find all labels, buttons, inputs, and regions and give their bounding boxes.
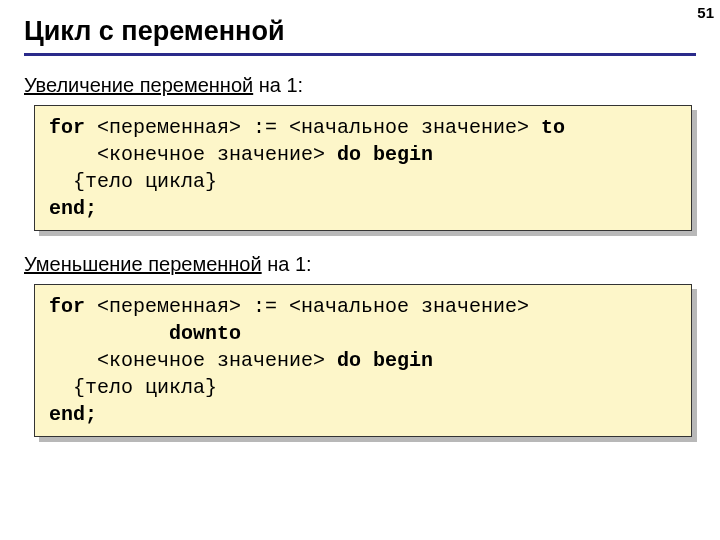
section1-label-underlined: Увеличение переменной <box>24 74 253 96</box>
code1-l2a: <конечное значение> <box>49 143 337 166</box>
section1-label: Увеличение переменной на 1: <box>24 74 696 97</box>
section2-label-underlined: Уменьшение переменной <box>24 253 262 275</box>
kw-for-2: for <box>49 295 85 318</box>
kw-do-begin-1: do begin <box>337 143 433 166</box>
kw-end-2: end; <box>49 403 97 426</box>
code2-l2a <box>49 322 169 345</box>
kw-end-1: end; <box>49 197 97 220</box>
kw-do-begin-2: do begin <box>337 349 433 372</box>
code-block-1: for <переменная> := <начальное значение>… <box>34 105 692 231</box>
code2-l1b: <переменная> := <начальное значение> <box>85 295 529 318</box>
page-number: 51 <box>697 4 714 21</box>
kw-to: to <box>541 116 565 139</box>
section1-label-rest: на 1: <box>253 74 303 96</box>
code2-l3a: <конечное значение> <box>49 349 337 372</box>
code2-l4: {тело цикла} <box>49 376 217 399</box>
code1-l3: {тело цикла} <box>49 170 217 193</box>
kw-for-1: for <box>49 116 85 139</box>
kw-downto: downto <box>169 322 241 345</box>
page-title: Цикл с переменной <box>24 16 696 56</box>
code-block-2-body: for <переменная> := <начальное значение>… <box>34 284 692 437</box>
code1-l1b: <переменная> := <начальное значение> <box>85 116 541 139</box>
slide-content: Цикл с переменной Увеличение переменной … <box>0 0 720 437</box>
section2-label-rest: на 1: <box>262 253 312 275</box>
code-block-2: for <переменная> := <начальное значение>… <box>34 284 692 437</box>
section2-label: Уменьшение переменной на 1: <box>24 253 696 276</box>
code-block-1-body: for <переменная> := <начальное значение>… <box>34 105 692 231</box>
